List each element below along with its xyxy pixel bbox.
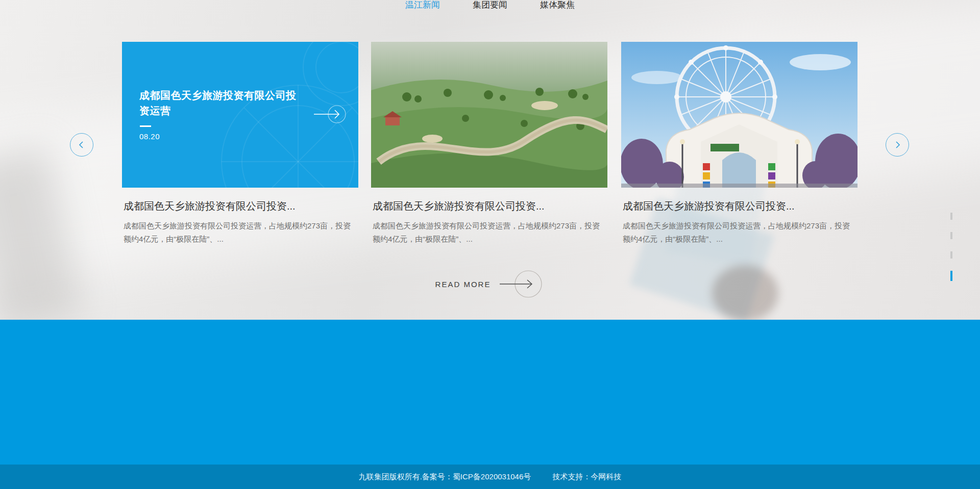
copyright-bar: 九联集团版权所有.备案号：蜀ICP备2020031046号 技术支持：今网科技: [0, 465, 980, 489]
tab-media-focus[interactable]: 媒体聚焦: [540, 0, 575, 12]
tab-group-news[interactable]: 集团要闻: [473, 0, 507, 12]
featured-card-media: 成都国色天乡旅游投资有限公司投资运营 08.20: [122, 42, 358, 188]
featured-date: 08.20: [139, 132, 160, 141]
background-shade: [0, 146, 83, 333]
copyright-text: 九联集团版权所有.备案号：蜀ICP备2020031046号: [359, 472, 531, 482]
chevron-left-icon: [78, 141, 86, 149]
pagination-dash-1[interactable]: [950, 213, 952, 220]
footer: 24小时服务热线 028-00000000 电话：00000000000 邮箱：…: [0, 320, 980, 465]
tech-support-text: 技术支持：今网科技: [552, 472, 621, 482]
featured-divider: [140, 125, 151, 127]
news-card-desc: 成都国色天乡旅游投资有限公司投资运营，占地规模约273亩，投资额约4亿元，由“极…: [623, 219, 855, 246]
chevron-right-icon: [893, 141, 901, 149]
news-card-title[interactable]: 成都国色天乡旅游投资有限公司投资...: [373, 199, 607, 213]
carousel-prev-button[interactable]: [70, 133, 93, 157]
pagination-dash-2[interactable]: [950, 232, 952, 239]
arrow-right-icon: [496, 269, 545, 299]
news-card-photo-ferris-wheel: [621, 42, 857, 188]
news-tabs: 温江新闻 集团要闻 媒体聚焦: [0, 0, 980, 12]
read-more-label: READ MORE: [435, 280, 491, 289]
carousel-pagination: [950, 213, 952, 281]
news-card-desc: 成都国色天乡旅游投资有限公司投资运营，占地规模约273亩，投资额约4亿元，由“极…: [373, 219, 605, 246]
featured-title: 成都国色天乡旅游投资有限公司投资运营: [139, 88, 299, 118]
news-card-title[interactable]: 成都国色天乡旅游投资有限公司投资...: [124, 199, 358, 213]
tab-wenjiang-news[interactable]: 温江新闻: [405, 0, 440, 12]
pagination-dash-4-active[interactable]: [950, 271, 952, 281]
carousel-next-button[interactable]: [886, 133, 909, 157]
pagination-dash-3[interactable]: [950, 251, 952, 259]
read-more-button[interactable]: READ MORE: [0, 269, 980, 299]
page: 温江新闻 集团要闻 媒体聚焦 成都国色天乡旅游投资有限公司投资运营: [0, 0, 980, 489]
arrow-right-icon[interactable]: [305, 101, 352, 127]
news-card-photo-golf-course: [371, 42, 607, 188]
news-card[interactable]: 成都国色天乡旅游投资有限公司投资... 成都国色天乡旅游投资有限公司投资运营，占…: [371, 42, 607, 246]
news-card-title[interactable]: 成都国色天乡旅游投资有限公司投资...: [623, 199, 857, 213]
news-card[interactable]: 成都国色天乡旅游投资有限公司投资... 成都国色天乡旅游投资有限公司投资运营，占…: [621, 42, 857, 246]
news-card-featured[interactable]: 成都国色天乡旅游投资有限公司投资运营 08.20 成都国色天乡旅游投资有限公司投…: [122, 42, 358, 246]
news-card-desc: 成都国色天乡旅游投资有限公司投资运营，占地规模约273亩，投资额约4亿元，由“极…: [124, 219, 356, 246]
